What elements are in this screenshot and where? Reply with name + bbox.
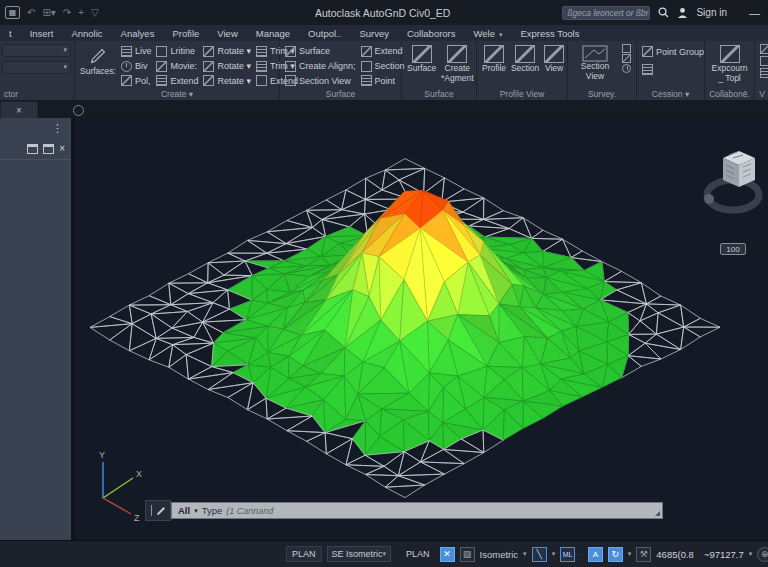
clock-icon[interactable] <box>622 64 631 73</box>
menu-item-survey[interactable]: Survey <box>350 28 398 39</box>
rotate-button-1[interactable]: Rotate ▾ <box>203 44 251 59</box>
plan-button-1[interactable]: PLAN <box>286 546 322 562</box>
ml-toggle-icon[interactable]: ML <box>560 547 575 562</box>
section-view-button[interactable]: Section View <box>285 73 356 88</box>
command-hint: (1 Cannand <box>226 506 273 516</box>
layer-dropdown-1[interactable]: ▾ <box>2 44 71 57</box>
selection-cycling-icon[interactable]: ✕ <box>440 547 455 562</box>
view-selector-dropdown[interactable]: SE Isometric▾ <box>327 546 392 562</box>
menu-item-outpol[interactable]: Outpol.. <box>299 28 350 39</box>
ortho-line-icon[interactable]: ╲ <box>532 547 547 562</box>
view-button[interactable]: View <box>544 44 564 88</box>
section-button[interactable]: Section <box>361 59 405 74</box>
undo-icon[interactable]: ↶ <box>27 8 35 18</box>
create-agment-button[interactable]: Create *Agment <box>441 44 473 88</box>
rotate-button-2[interactable]: Rotate ▾ <box>203 59 251 74</box>
plot-icon[interactable]: ↷ <box>63 8 71 18</box>
doc-icon[interactable] <box>760 44 768 54</box>
movie-icon <box>156 61 167 72</box>
point-button[interactable]: Point <box>361 73 405 88</box>
close-icon[interactable]: × <box>16 105 22 116</box>
new-tab-button[interactable] <box>70 103 86 118</box>
workspace-icon[interactable]: ⚒ <box>636 547 651 562</box>
command-filter[interactable]: All <box>178 505 190 516</box>
qat-customize-icon[interactable]: ▽ <box>91 8 99 18</box>
live-button[interactable]: Live <box>121 44 152 59</box>
trim-icon <box>256 46 267 57</box>
lritine-button[interactable]: Lritine <box>156 44 198 59</box>
chevron-down-icon: ▾ <box>749 550 753 558</box>
iso-cube-icon[interactable]: ▧ <box>460 547 475 562</box>
point-group-icon <box>642 46 653 57</box>
cession-extra-button[interactable] <box>642 62 699 78</box>
search-icon[interactable] <box>658 7 669 18</box>
point-group-button[interactable]: Point Group <box>642 44 699 60</box>
menu-item-manage[interactable]: Manage <box>247 28 299 39</box>
extend-button-1[interactable]: Extend <box>156 73 198 88</box>
menu-item-wele[interactable]: Wele ▾ <box>465 28 512 39</box>
tab-icon <box>73 105 84 116</box>
isometric-label[interactable]: Isometric <box>480 549 519 560</box>
layer-dropdown-2[interactable]: ▾ <box>2 61 71 74</box>
panel-footer-cession[interactable]: Cession ▾ <box>637 89 704 100</box>
rotate-toggle-icon[interactable]: ↻ <box>608 547 623 562</box>
menu-item-profile[interactable]: Profile <box>163 28 208 39</box>
panel-footer-create[interactable]: Create ▾ <box>75 89 279 100</box>
drawing-tab[interactable]: × <box>0 101 38 118</box>
extend-button[interactable]: Extend <box>361 44 405 59</box>
command-tool-icon[interactable] <box>145 500 171 521</box>
pencil-icon <box>87 45 109 67</box>
close-icon[interactable]: × <box>59 143 65 154</box>
view-cube[interactable] <box>703 143 768 243</box>
point-icon <box>361 75 372 86</box>
menu-item-view[interactable]: View <box>208 28 246 39</box>
toolspace-table-icon[interactable] <box>43 144 54 154</box>
minimize-button[interactable]: — <box>749 7 760 19</box>
axis-z-label: Z <box>134 513 140 523</box>
sign-in-button[interactable]: Sign in <box>696 7 727 18</box>
menu-item-insert[interactable]: Insert <box>21 28 63 39</box>
chevron-down-icon: ▾ <box>628 550 632 558</box>
toolspace-panel: ⋮ × <box>0 118 71 540</box>
redo-icon[interactable]: ⊞▾ <box>42 8 55 18</box>
menu-item-annolic[interactable]: Annolic <box>62 28 111 39</box>
rotate-icon <box>203 75 214 86</box>
command-type-label: Type <box>202 505 223 516</box>
menu-item-t[interactable]: t <box>0 28 21 39</box>
app-logo-icon[interactable]: ▦ <box>5 6 20 19</box>
layers-icon[interactable] <box>760 68 768 78</box>
biv-button[interactable]: Biv <box>121 59 152 74</box>
menu-item-express-tools[interactable]: Express Tools <box>511 28 588 39</box>
square-icon[interactable] <box>622 54 631 63</box>
retate-button[interactable]: Retate ▾ <box>203 73 251 88</box>
surface-big-button[interactable]: Surface <box>407 44 436 88</box>
user-icon[interactable] <box>677 7 688 19</box>
chevron-down-icon: ▾ <box>383 550 387 558</box>
grid-icon[interactable] <box>760 56 768 66</box>
toolspace-doc-icon[interactable] <box>27 144 38 154</box>
command-input[interactable]: All ▾ Type (1 Cannand <box>171 502 663 519</box>
section-button-big[interactable]: Section <box>511 44 539 88</box>
survey-section-view-button[interactable]: Section View <box>573 44 617 88</box>
surface-button[interactable]: Surface <box>285 44 356 59</box>
globe-icon[interactable]: ⊕ <box>757 547 768 562</box>
search-input[interactable]: ßgeca leoncert or ßbrote <box>562 6 650 20</box>
movie-button[interactable]: Movie: <box>156 59 198 74</box>
panel-footer-surface-1: Surface <box>280 89 401 100</box>
drawing-viewport[interactable]: 100 Y X Z All ▾ <box>75 118 768 540</box>
create-alignn-button[interactable]: Create Alignn; <box>285 59 356 74</box>
command-line-bar: All ▾ Type (1 Cannand <box>145 500 663 521</box>
annotation-toggle-icon[interactable]: A <box>588 547 603 562</box>
menu-item-analyes[interactable]: Analyes <box>112 28 164 39</box>
plan-button-2[interactable]: PLAN <box>401 547 435 561</box>
add-icon[interactable]: + <box>78 8 84 18</box>
kebab-menu-icon[interactable]: ⋮ <box>52 122 64 135</box>
resize-grip-icon[interactable] <box>655 511 660 516</box>
surfaces-button[interactable]: Surfaces: <box>80 44 116 88</box>
expcourn-topl-button[interactable]: Expcourn _ Topl <box>710 44 749 88</box>
pol-button[interactable]: Pol, <box>121 73 152 88</box>
triangle-icon[interactable] <box>622 44 631 53</box>
search-placeholder: ßgeca leoncert or ßbrote <box>567 8 650 18</box>
menu-item-collaborors[interactable]: Collaborors <box>398 28 465 39</box>
profile-button[interactable]: Profile <box>482 44 506 88</box>
